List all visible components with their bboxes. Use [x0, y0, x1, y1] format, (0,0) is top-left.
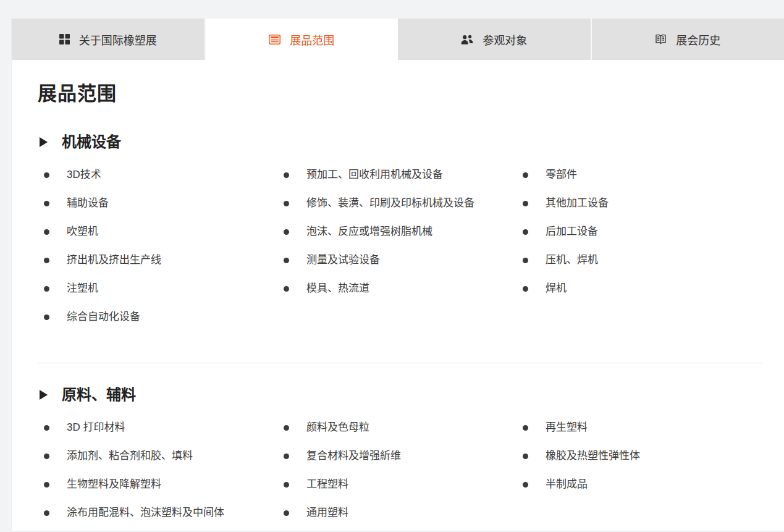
bullet-icon: [284, 258, 289, 263]
bullet-icon: [284, 454, 289, 459]
bullet-icon: [523, 229, 528, 235]
list-item-label: 零部件: [546, 167, 577, 182]
tab-bar: 关于国际橡塑展 展品范围 参: [12, 19, 784, 60]
section-divider: [38, 363, 762, 363]
list-item-label: 综合自动化设备: [67, 310, 140, 324]
bullet-icon: [284, 286, 289, 292]
list-item-label: 半制成品: [546, 477, 588, 492]
list-item: 挤出机及挤出生产线: [38, 253, 277, 268]
tab-visitor-targets[interactable]: 参观对象: [398, 19, 592, 60]
list-item: 3D技术: [38, 167, 277, 182]
bullet-icon: [44, 425, 49, 431]
list-item-label: 修饰、装潢、印刷及印标机械及设备: [306, 196, 474, 211]
page-title: 展品范围: [38, 82, 772, 106]
list-item: 预加工、回收利用机械及设备: [277, 167, 516, 182]
list-item: 半制成品: [516, 477, 772, 492]
tab-label: 展品范围: [290, 32, 334, 48]
bullet-icon: [523, 454, 528, 459]
list-item-label: 3D技术: [67, 167, 101, 182]
users-icon: [461, 35, 473, 44]
list-item: 辅助设备: [38, 196, 277, 211]
section-header-machinery[interactable]: 机械设备: [38, 132, 772, 153]
list-item-label: 压机、焊机: [546, 253, 598, 268]
list-item-label: 辅助设备: [67, 196, 109, 211]
bullet-icon: [44, 229, 49, 235]
list-icon: [269, 35, 280, 44]
list-item: 零部件: [516, 167, 772, 182]
list-item-label: 再生塑料: [546, 420, 588, 435]
list-item-label: 泡沫、反应或增强树脂机械: [306, 224, 432, 239]
list-item: 注塑机: [38, 281, 277, 296]
list-item: 涂布用配混料、泡沫塑料及中间体: [38, 505, 277, 520]
list-item-label: 挤出机及挤出生产线: [67, 253, 161, 268]
list-item: 复合材料及增强紤维: [277, 449, 516, 463]
list-item-label: 测量及试验设备: [306, 253, 380, 268]
list-item: 再生塑料: [516, 420, 772, 435]
list-item: 添加剂、粘合剂和胶、填料: [38, 449, 277, 463]
list-item: 生物塑料及降解塑料: [38, 477, 277, 492]
tab-show-history[interactable]: 展会历史: [592, 19, 784, 60]
list-item: 吹塑机: [38, 224, 277, 239]
items-column: 3D技术辅助设备吹塑机挤出机及挤出生产线注塑机综合自动化设备: [38, 167, 277, 338]
triangle-right-icon: [40, 390, 48, 400]
bullet-icon: [44, 315, 49, 320]
list-item-label: 橡胶及热塑性弹性体: [546, 449, 640, 463]
section-materials: 原料、辅料 3D 打印材料添加剂、粘合剂和胶、填料生物塑料及降解塑料涂布用配混料…: [38, 384, 772, 532]
section-title: 机械设备: [62, 132, 121, 153]
section-machinery: 机械设备 3D技术辅助设备吹塑机挤出机及挤出生产线注塑机综合自动化设备预加工、回…: [38, 132, 772, 338]
bullet-icon: [523, 258, 528, 263]
triangle-right-icon: [40, 137, 48, 147]
list-item: 焊机: [516, 281, 772, 296]
list-item: 通用塑料: [277, 505, 516, 520]
list-item-label: 生物塑料及降解塑料: [67, 477, 161, 492]
list-item: 模具、热流道: [277, 281, 516, 296]
list-item-label: 3D 打印材料: [67, 420, 125, 435]
bullet-icon: [44, 172, 49, 178]
tab-label: 参观对象: [483, 32, 527, 48]
list-item: 后加工设备: [516, 224, 772, 239]
list-item: 修饰、装潢、印刷及印标机械及设备: [277, 196, 516, 211]
list-item-label: 其他加工设备: [546, 196, 609, 211]
tab-about-exhibition[interactable]: 关于国际橡塑展: [12, 19, 206, 60]
list-item-label: 模具、热流道: [306, 281, 369, 296]
list-item-label: 复合材料及增强紤维: [306, 449, 401, 463]
bullet-icon: [284, 510, 289, 516]
list-item: 工程塑料: [277, 477, 516, 492]
items-grid-materials: 3D 打印材料添加剂、粘合剂和胶、填料生物塑料及降解塑料涂布用配混料、泡沫塑料及…: [38, 420, 772, 532]
bullet-icon: [284, 172, 289, 178]
list-item: 压机、焊机: [516, 253, 772, 268]
list-item: 橡胶及热塑性弹性体: [516, 449, 772, 463]
list-item-label: 后加工设备: [546, 224, 598, 239]
bullet-icon: [523, 172, 528, 178]
list-item-label: 吹塑机: [67, 224, 98, 239]
tab-label: 关于国际橡塑展: [79, 32, 157, 48]
bullet-icon: [523, 286, 528, 292]
tab-exhibit-scope[interactable]: 展品范围: [206, 19, 398, 60]
items-grid-machinery: 3D技术辅助设备吹塑机挤出机及挤出生产线注塑机综合自动化设备预加工、回收利用机械…: [38, 167, 772, 338]
tab-label: 展会历史: [676, 32, 720, 48]
bullet-icon: [44, 510, 49, 516]
list-item-label: 注塑机: [67, 281, 98, 296]
section-title: 原料、辅料: [62, 384, 136, 405]
list-item: 颜料及色母粒: [277, 420, 516, 435]
items-column: 颜料及色母粒复合材料及增强紤维工程塑料通用塑料: [277, 420, 516, 532]
list-item-label: 通用塑料: [306, 505, 348, 520]
bullet-icon: [44, 286, 49, 292]
list-item-label: 预加工、回收利用机械及设备: [306, 167, 443, 182]
list-item-label: 添加剂、粘合剂和胶、填料: [67, 449, 193, 463]
list-item-label: 涂布用配混料、泡沫塑料及中间体: [67, 505, 224, 520]
bullet-icon: [284, 201, 289, 206]
bullet-icon: [284, 425, 289, 431]
list-item-label: 颜料及色母粒: [306, 420, 369, 435]
list-item: 测量及试验设备: [277, 253, 516, 268]
bullet-icon: [44, 258, 49, 263]
book-icon: [655, 34, 667, 44]
bullet-icon: [523, 482, 528, 488]
list-item-label: 工程塑料: [306, 477, 348, 492]
content-container: 关于国际橡塑展 展品范围 参: [11, 19, 784, 531]
bullet-icon: [44, 482, 49, 488]
tab-panel-exhibit-scope: 展品范围 机械设备 3D技术辅助设备吹塑机挤出机及挤出生产线注塑机综合自动化设备…: [12, 60, 784, 532]
section-header-materials[interactable]: 原料、辅料: [38, 384, 772, 405]
list-item: 3D 打印材料: [38, 420, 277, 435]
bullet-icon: [284, 229, 289, 235]
